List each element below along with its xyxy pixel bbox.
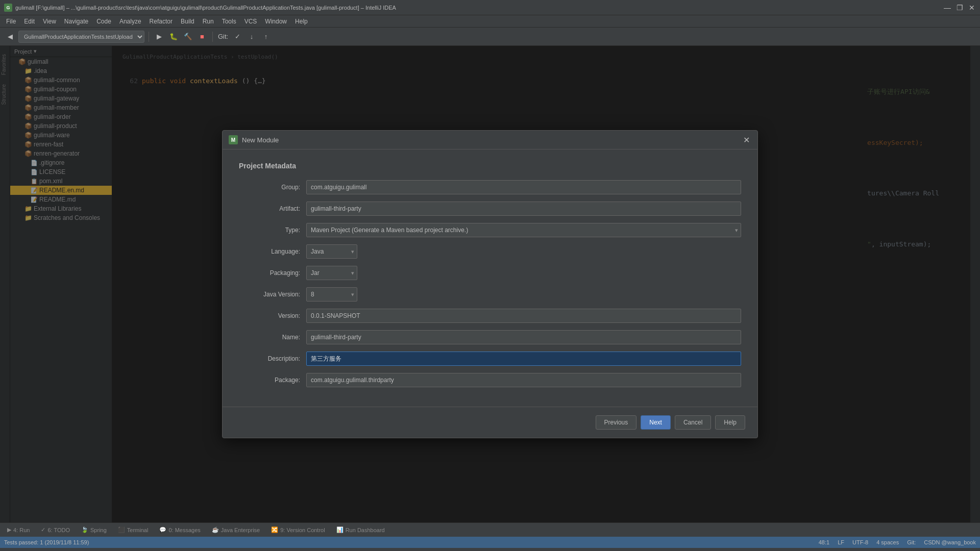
select-wrapper-java-version: 8 11 17 (306, 287, 357, 302)
menu-run[interactable]: Run (199, 17, 218, 26)
input-name[interactable] (306, 330, 741, 344)
tab-todo[interactable]: ✓ 6: TODO (36, 525, 75, 534)
label-version: Version: (239, 312, 300, 319)
new-module-dialog: M New Module ✕ Project Metadata Group: A… (222, 130, 758, 438)
bottom-tabs: ▶ 4: Run ✓ 6: TODO 🍃 Spring ⬛ Terminal 💬… (0, 522, 980, 537)
toolbar-separator-1 (149, 32, 149, 42)
form-row-name: Name: (239, 330, 741, 344)
form-row-description: Description: (239, 352, 741, 366)
label-name: Name: (239, 334, 300, 341)
select-packaging[interactable]: Jar War (306, 266, 357, 280)
tab-java-enterprise[interactable]: ☕ Java Enterprise (207, 525, 265, 534)
maximize-button[interactable]: ❐ (955, 4, 964, 12)
cancel-button[interactable]: Cancel (675, 415, 711, 430)
menu-help[interactable]: Help (291, 17, 312, 26)
git-button[interactable]: Git: (217, 31, 229, 43)
select-wrapper-type: Maven Project (Generate a Maven based pr… (306, 223, 741, 237)
toolbar: ◀ GulimallProductApplicationTests.testUp… (0, 28, 980, 46)
label-java-version: Java Version: (239, 291, 300, 298)
tab-terminal[interactable]: ⬛ Terminal (113, 525, 154, 534)
select-java-version[interactable]: 8 11 17 (306, 287, 357, 302)
tab-run-dashboard[interactable]: 📊 Run Dashboard (331, 525, 390, 534)
toolbar-back-button[interactable]: ◀ (4, 31, 16, 43)
tab-run[interactable]: ▶ 4: Run (2, 525, 35, 534)
label-packaging: Packaging: (239, 269, 300, 277)
status-indent: 4 spaces (876, 539, 899, 545)
label-package: Package: (239, 377, 300, 384)
status-lf: LF (838, 539, 844, 545)
debug-button[interactable]: 🐛 (167, 31, 180, 43)
menu-vcs[interactable]: VCS (240, 17, 261, 26)
select-type[interactable]: Maven Project (Generate a Maven based pr… (306, 223, 741, 237)
status-encoding: UTF-8 (852, 539, 868, 545)
menu-refactor[interactable]: Refactor (145, 17, 177, 26)
menu-code[interactable]: Code (92, 17, 115, 26)
form-row-java-version: Java Version: 8 11 17 (239, 287, 741, 302)
run-config-dropdown[interactable]: GulimallProductApplicationTests.testUplo… (18, 31, 144, 43)
select-language[interactable]: Java Kotlin Groovy (306, 244, 357, 259)
form-row-type: Type: Maven Project (Generate a Maven ba… (239, 223, 741, 237)
main-container: Favorites Structure Project ▾ 📦 gulimall… (0, 46, 980, 522)
label-artifact: Artifact: (239, 205, 300, 212)
status-position: 48:1 (819, 539, 829, 545)
select-wrapper-language: Java Kotlin Groovy (306, 244, 357, 259)
dialog-footer: Previous Next Cancel Help (223, 407, 757, 438)
next-button[interactable]: Next (641, 415, 671, 430)
push-button[interactable]: ↑ (260, 31, 272, 43)
section-title: Project Metadata (239, 162, 741, 170)
menu-bar: File Edit View Navigate Code Analyze Ref… (0, 15, 980, 28)
status-csdn: CSDN @wang_book (924, 539, 976, 545)
input-version[interactable] (306, 309, 741, 323)
dialog-title-bar: M New Module ✕ (223, 131, 757, 149)
status-right: 48:1 LF UTF-8 4 spaces Git: CSDN @wang_b… (819, 539, 976, 545)
label-language: Language: (239, 248, 300, 255)
tab-spring[interactable]: 🍃 Spring (76, 525, 112, 534)
commit-button[interactable]: ✓ (231, 31, 243, 43)
menu-file[interactable]: File (2, 17, 20, 26)
form-row-packaging: Packaging: Jar War (239, 266, 741, 280)
dialog-title: New Module (242, 136, 737, 144)
title-bar-text: gulimall [F:\gulimall] – ...\gulimall-pr… (15, 5, 943, 11)
form-row-group: Group: (239, 180, 741, 194)
menu-edit[interactable]: Edit (20, 17, 39, 26)
run-button[interactable]: ▶ (153, 31, 165, 43)
window-controls: — ❐ ✕ (943, 4, 976, 12)
stop-button[interactable]: ■ (196, 31, 208, 43)
form-row-language: Language: Java Kotlin Groovy (239, 244, 741, 259)
label-type: Type: (239, 227, 300, 234)
menu-analyze[interactable]: Analyze (115, 17, 145, 26)
input-group[interactable] (306, 180, 741, 194)
menu-view[interactable]: View (39, 17, 60, 26)
previous-button[interactable]: Previous (596, 415, 637, 430)
select-wrapper-packaging: Jar War (306, 266, 357, 280)
close-button[interactable]: ✕ (968, 4, 976, 12)
form-row-version: Version: (239, 309, 741, 323)
title-bar: G gulimall [F:\gulimall] – ...\gulimall-… (0, 0, 980, 15)
update-button[interactable]: ↓ (246, 31, 258, 43)
status-bar: Tests passed: 1 (2019/11/8 11:59) 48:1 L… (0, 537, 980, 548)
menu-tools[interactable]: Tools (218, 17, 240, 26)
build-button[interactable]: 🔨 (182, 31, 194, 43)
dialog-body: Project Metadata Group: Artifact: Type: (223, 149, 757, 407)
tab-messages[interactable]: 💬 0: Messages (154, 525, 205, 534)
modal-overlay: M New Module ✕ Project Metadata Group: A… (0, 46, 980, 522)
minimize-button[interactable]: — (943, 4, 951, 12)
menu-build[interactable]: Build (177, 17, 199, 26)
label-description: Description: (239, 355, 300, 362)
label-group: Group: (239, 184, 300, 191)
app-icon: G (4, 4, 12, 12)
status-git: Git: (907, 539, 916, 545)
dialog-icon: M (229, 135, 238, 144)
toolbar-separator-2 (212, 32, 213, 42)
status-message: Tests passed: 1 (2019/11/8 11:59) (4, 539, 811, 545)
form-row-package: Package: (239, 373, 741, 387)
form-row-artifact: Artifact: (239, 202, 741, 216)
input-package[interactable] (306, 373, 741, 387)
input-artifact[interactable] (306, 202, 741, 216)
menu-navigate[interactable]: Navigate (60, 17, 92, 26)
input-description[interactable] (306, 352, 741, 366)
help-button[interactable]: Help (715, 415, 745, 430)
tab-version-control[interactable]: 🔀 9: Version Control (266, 525, 330, 534)
dialog-close-button[interactable]: ✕ (741, 135, 751, 145)
menu-window[interactable]: Window (261, 17, 291, 26)
